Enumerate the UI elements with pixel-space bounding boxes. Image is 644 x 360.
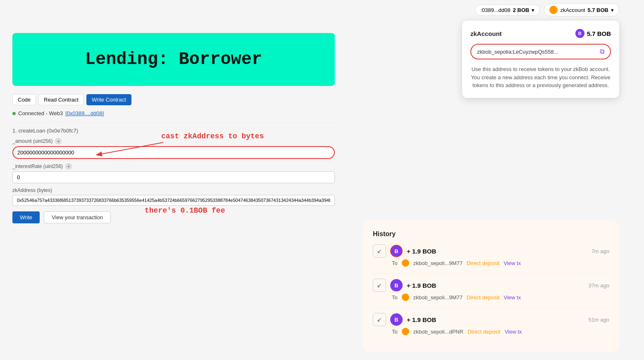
- avatar-icon: [549, 6, 558, 14]
- connected-dot: [12, 112, 16, 115]
- zkaddress-label: zkAddress (bytes): [12, 187, 335, 193]
- history-title: History: [373, 230, 609, 238]
- zk-account-dropdown: zkAccount B 5.7 BOB zkbob_sepolia:LeCuyz…: [462, 21, 619, 98]
- tab-read-contract[interactable]: Read Contract: [38, 94, 84, 105]
- wallet1-label: :0389...dd08: [480, 7, 510, 13]
- annotation-fee: there's 0.1BOB fee: [145, 206, 225, 215]
- to-addr-2: zkbob_sepoli...dPNR: [413, 329, 463, 335]
- history-row2-0: To zkbob_sepoli...9M77 Direct deposit Vi…: [373, 259, 609, 267]
- bob-circle-2: B: [390, 313, 403, 326]
- tab-write-contract[interactable]: Write Contract: [86, 94, 131, 105]
- banner-title: Lending: Borrower: [29, 50, 318, 69]
- history-item-2: ↙ B + 1.9 BOB 51m ago To zkbob_sepoli...…: [373, 313, 609, 335]
- amount-field-row: _amount (uint256) +: [12, 138, 335, 159]
- interest-label: _interestRate (uint256) +: [12, 163, 335, 170]
- zkaddress-label-text: zkAddress (bytes): [12, 187, 52, 193]
- connected-label: Connected - Web3 [0x0389....dd08]: [12, 110, 335, 116]
- avatar-tiny-1: [402, 294, 409, 301]
- deposit-badge-1: Direct deposit: [467, 294, 499, 301]
- to-addr-1: zkbob_sepoli...9M77: [413, 294, 463, 301]
- view-tx-link-2[interactable]: View tx: [505, 329, 522, 335]
- view-tx-button[interactable]: View your transaction: [44, 211, 111, 223]
- wallet-bar: :0389...dd08 2 BOB ▾ zkAccount 5.7 BOB ▾: [475, 3, 619, 17]
- zk-address-box[interactable]: zkbob_sepolia:LeCuyzwpQs558... ⧉: [470, 44, 611, 59]
- zk-address-text: zkbob_sepolia:LeCuyzwpQs558...: [477, 49, 558, 55]
- to-label-2: To: [392, 329, 398, 335]
- zkaddress-field-row: zkAddress (bytes): [12, 187, 335, 206]
- wallet1-pill[interactable]: :0389...dd08 2 BOB ▾: [475, 5, 540, 16]
- history-time-2: 51m ago: [588, 317, 609, 323]
- history-time-1: 37m ago: [588, 282, 609, 289]
- history-amount-2: + 1.9 BOB: [407, 316, 584, 323]
- to-label-1: To: [392, 294, 398, 301]
- tabs: Code Read Contract Write Contract: [12, 94, 335, 105]
- connected-address[interactable]: [0x0389....dd08]: [65, 110, 104, 116]
- interest-field-row: _interestRate (uint256) +: [12, 163, 335, 183]
- view-tx-link-0[interactable]: View tx: [503, 260, 521, 266]
- interest-input[interactable]: [12, 171, 335, 183]
- bob-icon: B: [575, 29, 584, 38]
- wallet2-balance: 5.7 BOB: [587, 7, 608, 13]
- annotation-cast: cast zkAddress to bytes: [161, 132, 264, 140]
- amount-plus-btn[interactable]: +: [55, 138, 62, 144]
- to-addr-0: zkbob_sepoli...9M77: [413, 260, 463, 266]
- avatar-tiny-2: [402, 328, 409, 335]
- incoming-arrow-icon-1: ↙: [373, 279, 386, 292]
- banner: Lending: Borrower: [12, 33, 335, 86]
- zk-dropdown-header: zkAccount B 5.7 BOB: [470, 29, 611, 38]
- history-amount-0: + 1.9 BOB: [407, 248, 587, 255]
- wallet2-chevron: ▾: [611, 7, 614, 13]
- zkaddress-input[interactable]: [12, 195, 335, 206]
- interest-label-text: _interestRate (uint256): [12, 163, 63, 169]
- history-panel: History ↙ B + 1.9 BOB 7m ago To zkbob_se…: [363, 220, 619, 352]
- history-time-0: 7m ago: [592, 248, 609, 254]
- left-panel: Lending: Borrower Code Read Contract Wri…: [12, 33, 335, 223]
- write-button[interactable]: Write: [12, 211, 40, 223]
- history-row1-2: ↙ B + 1.9 BOB 51m ago: [373, 313, 609, 326]
- amount-input[interactable]: [12, 146, 335, 159]
- history-item-1: ↙ B + 1.9 BOB 37m ago To zkbob_sepoli...…: [373, 279, 609, 301]
- avatar-tiny-0: [402, 259, 409, 267]
- amount-label-text: _amount (uint256): [12, 138, 52, 144]
- divider-1: [373, 273, 609, 274]
- tab-code[interactable]: Code: [12, 94, 36, 105]
- view-tx-link-1[interactable]: View tx: [503, 294, 521, 301]
- incoming-arrow-icon-0: ↙: [373, 244, 386, 258]
- deposit-badge-0: Direct deposit: [467, 260, 499, 266]
- wallet1-chevron: ▾: [532, 7, 534, 13]
- connected-text: Connected - Web3: [18, 110, 63, 116]
- history-row1-1: ↙ B + 1.9 BOB 37m ago: [373, 279, 609, 292]
- interest-plus-btn[interactable]: +: [65, 163, 72, 170]
- incoming-arrow-icon-2: ↙: [373, 313, 386, 326]
- deposit-badge-2: Direct deposit: [467, 329, 500, 335]
- copy-icon[interactable]: ⧉: [600, 48, 604, 55]
- history-item-0: ↙ B + 1.9 BOB 7m ago To zkbob_sepoli...9…: [373, 244, 609, 267]
- bob-circle-0: B: [390, 245, 403, 257]
- history-row1-0: ↙ B + 1.9 BOB 7m ago: [373, 244, 609, 258]
- bob-circle-1: B: [390, 279, 403, 291]
- history-row2-1: To zkbob_sepoli...9M77 Direct deposit Vi…: [373, 294, 609, 301]
- history-row2-2: To zkbob_sepoli...dPNR Direct deposit Vi…: [373, 328, 609, 335]
- zk-balance: B 5.7 BOB: [575, 29, 611, 38]
- history-amount-1: + 1.9 BOB: [407, 282, 584, 289]
- divider-2: [373, 308, 609, 308]
- zk-description: Use this address to receive tokens to yo…: [470, 65, 611, 90]
- to-label-0: To: [392, 260, 398, 266]
- wallet1-balance: 2 BOB: [513, 7, 530, 13]
- wallet2-pill[interactable]: zkAccount 5.7 BOB ▾: [544, 3, 619, 17]
- zk-balance-value: 5.7 BOB: [587, 30, 611, 37]
- wallet2-label: zkAccount: [560, 7, 585, 13]
- zk-account-name: zkAccount: [470, 30, 502, 37]
